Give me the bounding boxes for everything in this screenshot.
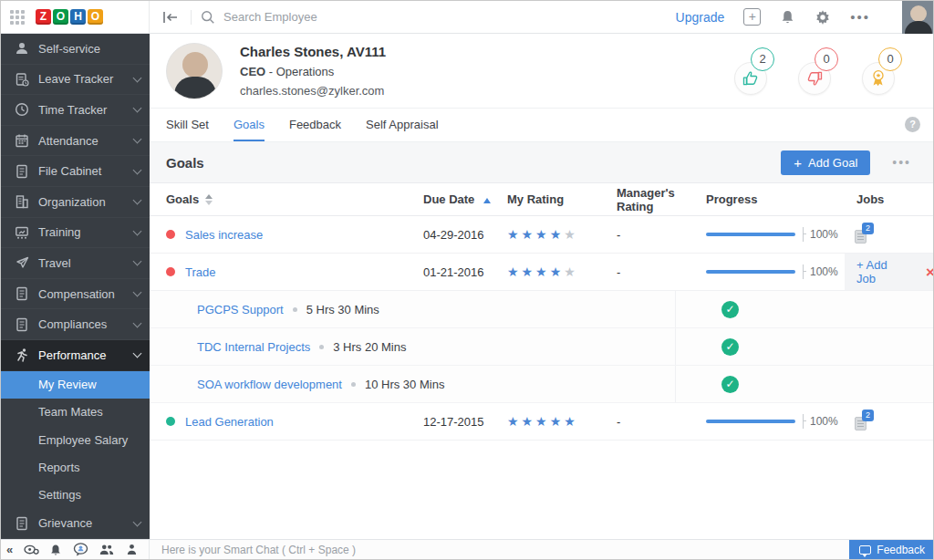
sidebar-item-team-mates[interactable]: Team Mates: [1, 399, 150, 426]
job-link[interactable]: TDC Internal Projects: [197, 340, 310, 354]
logo-letter: H: [70, 9, 86, 25]
sidebar-item-self-service[interactable]: Self-service: [1, 34, 150, 65]
job-row-pgcps-support[interactable]: PGCPS Support5 Hrs 30 Mins ✓: [150, 291, 934, 328]
sort-asc-icon[interactable]: [483, 198, 491, 203]
tab-goals[interactable]: Goals: [234, 109, 265, 141]
smart-chat-input[interactable]: [150, 544, 849, 556]
completed-check-icon: ✓: [721, 338, 739, 356]
goal-link[interactable]: Lead Generation: [185, 415, 274, 429]
manager-rating: -: [617, 415, 706, 429]
chevron-down-icon: [133, 517, 142, 526]
sidebar-item-settings[interactable]: Settings: [1, 481, 150, 508]
goal-link[interactable]: Trade: [185, 265, 215, 279]
progress-bar[interactable]: [706, 270, 795, 274]
thumbs-up-badge[interactable]: 2: [734, 47, 774, 95]
award-badge[interactable]: 0: [862, 47, 902, 95]
progress-bar[interactable]: [706, 420, 795, 423]
close-icon[interactable]: ×: [926, 264, 934, 280]
jobs-doc-icon[interactable]: 2: [855, 413, 870, 430]
col-due-date: Due Date: [423, 192, 474, 206]
sidebar-item-label: Leave Tracker: [38, 72, 134, 86]
job-row-tdc-internal-projects[interactable]: TDC Internal Projects3 Hrs 20 Mins ✓: [150, 328, 934, 366]
more-options-icon[interactable]: •••: [850, 13, 870, 22]
sidebar-item-leave-tracker[interactable]: Leave Tracker: [1, 65, 150, 96]
collapse-sidebar-icon[interactable]: [161, 10, 192, 25]
goals-table-header: Goals Due Date My Rating Manager's Ratin…: [150, 183, 934, 216]
progress-tick: [803, 414, 804, 429]
profile-icon[interactable]: [126, 544, 138, 555]
dot-separator: [319, 345, 324, 349]
sidebar-item-grievance[interactable]: Grievance: [1, 508, 150, 539]
goal-link[interactable]: Sales increase: [185, 228, 263, 242]
settings-gear-icon[interactable]: [815, 9, 831, 26]
chevron-down-icon: [133, 257, 142, 266]
collapse-footer-icon[interactable]: «: [6, 543, 13, 556]
help-icon[interactable]: ?: [905, 117, 920, 132]
sidebar-item-label: Grievance: [38, 516, 134, 530]
runner-icon: [15, 347, 29, 362]
sidebar-item-training[interactable]: Training: [1, 218, 150, 249]
goals-more-options-icon[interactable]: •••: [892, 155, 911, 170]
zoho-logo[interactable]: Z O H O: [36, 9, 103, 25]
progress-label: 100%: [810, 228, 838, 241]
employee-search: [201, 10, 676, 25]
job-link[interactable]: SOA workflow development: [197, 378, 342, 391]
jobs-doc-icon[interactable]: 2: [855, 226, 870, 244]
feedback-button[interactable]: Feedback: [849, 540, 934, 559]
sidebar-item-compensation[interactable]: Compensation: [1, 279, 150, 310]
tab-feedback[interactable]: Feedback: [289, 109, 341, 140]
sidebar-item-file-cabinet[interactable]: File Cabinet: [1, 156, 150, 187]
sidebar-subitem-label: Reports: [38, 461, 80, 474]
add-job-link[interactable]: + Add Job: [856, 258, 902, 285]
user-avatar[interactable]: [902, 1, 934, 34]
completed-check-icon: ✓: [721, 376, 739, 393]
smart-chat-icon[interactable]: [73, 543, 88, 556]
goal-row-lead-generation[interactable]: Lead Generation 12-17-2015 ★★★★★ - 100% …: [150, 403, 934, 441]
goals-section-header: Goals +Add Goal •••: [150, 142, 934, 183]
my-rating-stars[interactable]: ★★★★★: [507, 227, 617, 242]
sidebar-item-label: Organization: [38, 195, 134, 209]
app-launcher-icon[interactable]: [10, 10, 25, 25]
progress-bar[interactable]: [706, 233, 795, 236]
chevron-down-icon: [133, 349, 142, 358]
thumbs-down-badge[interactable]: 0: [798, 47, 838, 95]
sidebar-subitem-label: Settings: [38, 488, 81, 502]
sidebar-item-label: Compensation: [38, 287, 134, 301]
sidebar-item-organization[interactable]: Organization: [1, 187, 150, 218]
sidebar-item-reports[interactable]: Reports: [1, 453, 150, 481]
award-count: 0: [878, 47, 902, 71]
sidebar-item-time-tracker[interactable]: Time Tracker: [1, 95, 150, 126]
progress-label: 100%: [810, 265, 838, 278]
add-goal-button[interactable]: +Add Goal: [781, 150, 870, 175]
my-rating-stars[interactable]: ★★★★★: [507, 414, 617, 429]
search-input[interactable]: [223, 10, 497, 24]
profile-tabs: Skill Set Goals Feedback Self Appraisal …: [150, 109, 934, 142]
feeds-icon[interactable]: [24, 544, 39, 555]
job-link[interactable]: PGCPS Support: [197, 303, 284, 316]
goal-row-trade[interactable]: Trade 01-21-2016 ★★★★★ - 100% + Add Job …: [150, 254, 934, 291]
sort-goals-icon[interactable]: [205, 194, 213, 205]
doc-icon: [15, 286, 29, 301]
chevron-down-icon: [133, 288, 142, 297]
tab-self-appraisal[interactable]: Self Appraisal: [366, 109, 439, 140]
sidebar-item-travel[interactable]: Travel: [1, 248, 150, 279]
upgrade-link[interactable]: Upgrade: [676, 10, 725, 25]
job-row-soa-workflow-development[interactable]: SOA workflow development10 Hrs 30 Mins ✓: [150, 366, 934, 403]
notifications-bell-icon[interactable]: [49, 544, 62, 556]
colleagues-icon[interactable]: [99, 544, 115, 555]
quick-add-icon[interactable]: +: [743, 8, 761, 26]
sidebar-item-employee-salary[interactable]: Employee Salary: [1, 426, 150, 453]
employee-avatar[interactable]: [166, 43, 223, 99]
sidebar-item-attendance[interactable]: Attendance: [1, 126, 150, 157]
goal-row-sales-increase[interactable]: Sales increase 04-29-2016 ★★★★★ - 100% 2: [150, 216, 934, 254]
my-rating-stars[interactable]: ★★★★★: [507, 264, 617, 279]
main-content: Charles Stones, AV111 CEO - Operations c…: [150, 34, 934, 541]
sidebar-item-performance[interactable]: Performance: [1, 340, 150, 371]
sidebar-item-compliances[interactable]: Compliances: [1, 309, 150, 340]
job-duration: 3 Hrs 20 Mins: [333, 340, 406, 354]
tab-skill-set[interactable]: Skill Set: [166, 109, 209, 140]
notifications-bell-icon[interactable]: [780, 9, 795, 25]
file-icon: [15, 164, 29, 179]
employee-name: Charles Stones, AV111: [240, 44, 386, 59]
sidebar-item-my-review[interactable]: My Review: [1, 371, 150, 399]
